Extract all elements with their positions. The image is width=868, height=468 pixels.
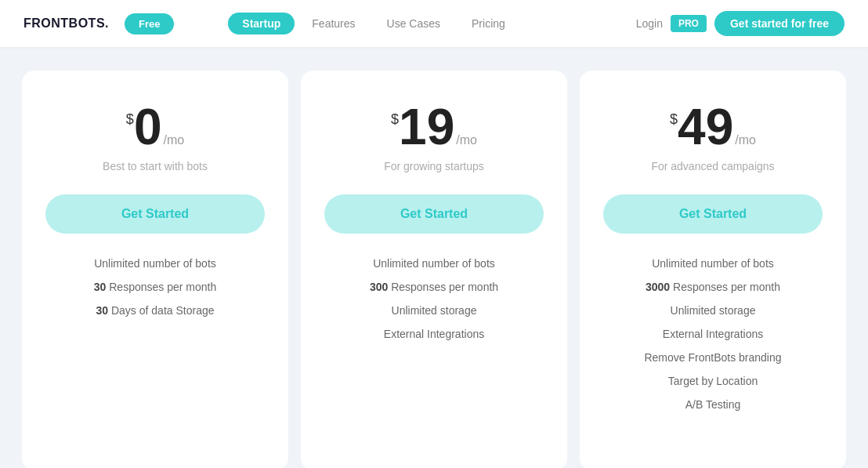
- feature-pro-2: Unlimited storage: [671, 304, 756, 317]
- price-display-free: $ 0 /mo: [126, 102, 184, 152]
- period-pro: /mo: [735, 133, 756, 147]
- nav-tabs: Startup Features Use Cases Pricing: [228, 13, 519, 34]
- currency-free: $: [126, 111, 134, 128]
- period-startup: /mo: [456, 133, 477, 147]
- plan-free: $ 0 /mo Best to start with bots Get Star…: [22, 71, 288, 468]
- features-pro: Unlimited number of bots 3000 Responses …: [603, 257, 823, 411]
- nav-logo: FRONTBOTS.: [24, 16, 109, 31]
- price-display-pro: $ 49 /mo: [670, 102, 756, 152]
- feature-pro-5: Target by Location: [668, 375, 758, 387]
- feature-startup-2: Unlimited storage: [392, 304, 477, 317]
- feature-pro-6: A/B Testing: [685, 398, 741, 411]
- subtitle-free: Best to start with bots: [103, 160, 208, 172]
- feature-free-2: 30 Days of data Storage: [96, 304, 215, 317]
- feature-pro-4: Remove FrontBots branding: [644, 351, 781, 364]
- cta-button-pro[interactable]: Get Started: [603, 194, 823, 234]
- pricing-section: $ 0 /mo Best to start with bots Get Star…: [0, 47, 868, 468]
- feature-free-1: 30 Responses per month: [94, 281, 216, 293]
- tab-startup[interactable]: Startup: [228, 13, 295, 34]
- currency-startup: $: [391, 111, 399, 128]
- tab-features[interactable]: Features: [298, 13, 369, 34]
- feature-pro-1: 3000 Responses per month: [646, 281, 780, 293]
- navbar: FRONTBOTS. Free Startup Features Use Cas…: [0, 0, 868, 47]
- tab-pricing[interactable]: Pricing: [458, 13, 519, 34]
- amount-startup: 19: [399, 102, 454, 152]
- cta-button-free[interactable]: Get Started: [45, 194, 265, 234]
- nav-cta-button[interactable]: Get started for free: [714, 11, 844, 36]
- tab-use-cases[interactable]: Use Cases: [373, 13, 454, 34]
- amount-pro: 49: [678, 102, 733, 152]
- plan-pro: $ 49 /mo For advanced campaigns Get Star…: [580, 71, 846, 468]
- feature-startup-1: 300 Responses per month: [370, 281, 498, 293]
- amount-free: 0: [134, 102, 162, 152]
- subtitle-startup: For growing startups: [384, 160, 484, 172]
- period-free: /mo: [163, 133, 184, 147]
- features-startup: Unlimited number of bots 300 Responses p…: [324, 257, 544, 340]
- pro-badge: PRO: [671, 15, 707, 32]
- feature-startup-0: Unlimited number of bots: [373, 257, 495, 270]
- feature-pro-3: External Integrations: [663, 328, 763, 340]
- login-link[interactable]: Login: [636, 17, 663, 30]
- free-badge[interactable]: Free: [125, 13, 174, 34]
- price-display-startup: $ 19 /mo: [391, 102, 477, 152]
- feature-startup-3: External Integrations: [384, 328, 484, 340]
- currency-pro: $: [670, 111, 678, 128]
- nav-right: Login PRO Get started for free: [636, 11, 844, 36]
- feature-free-0: Unlimited number of bots: [94, 257, 216, 270]
- features-free: Unlimited number of bots 30 Responses pe…: [45, 257, 265, 317]
- cta-button-startup[interactable]: Get Started: [324, 194, 544, 234]
- feature-pro-0: Unlimited number of bots: [652, 257, 774, 270]
- subtitle-pro: For advanced campaigns: [651, 160, 774, 172]
- plan-startup: $ 19 /mo For growing startups Get Starte…: [301, 71, 567, 468]
